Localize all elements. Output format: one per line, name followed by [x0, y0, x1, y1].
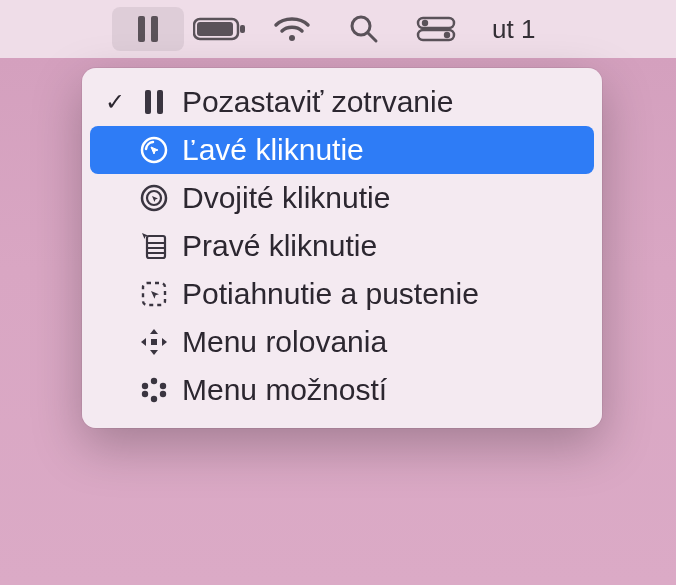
menubar-control-center[interactable]: [400, 16, 472, 42]
menu-item-pause-dwell[interactable]: ✓ Pozastaviť zotrvanie: [90, 78, 594, 126]
svg-point-28: [142, 383, 148, 389]
menubar-battery[interactable]: [184, 16, 256, 42]
left-click-icon: [132, 135, 176, 165]
svg-rect-22: [151, 339, 157, 345]
svg-point-9: [422, 20, 428, 26]
menu-item-double-click[interactable]: Dvojité kliknutie: [90, 174, 594, 222]
control-center-icon: [416, 16, 456, 42]
menu-item-scroll-menu[interactable]: Menu rolovania: [90, 318, 594, 366]
dwell-control-menu: ✓ Pozastaviť zotrvanie Ľavé kliknutie: [82, 68, 602, 428]
drag-drop-icon: [132, 279, 176, 309]
menu-item-label: Potiahnutie a pustenie: [176, 277, 479, 311]
menubar-wifi[interactable]: [256, 14, 328, 44]
menu-item-label: Pravé kliknutie: [176, 229, 377, 263]
menu-item-label: Dvojité kliknutie: [176, 181, 390, 215]
menu-item-drag-drop[interactable]: Potiahnutie a pustenie: [90, 270, 594, 318]
menubar-dwell-control[interactable]: [112, 7, 184, 51]
svg-rect-13: [157, 90, 163, 114]
menu-item-label: Menu možností: [176, 373, 387, 407]
right-click-icon: [132, 231, 176, 261]
menubar-date[interactable]: ut 1: [492, 14, 535, 45]
svg-point-26: [151, 396, 157, 402]
scroll-menu-icon: [132, 327, 176, 357]
pause-icon: [135, 14, 161, 44]
svg-rect-3: [197, 22, 233, 36]
svg-rect-0: [138, 16, 145, 42]
svg-point-11: [444, 32, 450, 38]
double-click-icon: [132, 183, 176, 213]
svg-rect-1: [151, 16, 158, 42]
menubar-spotlight[interactable]: [328, 13, 400, 45]
menu-item-right-click[interactable]: Pravé kliknutie: [90, 222, 594, 270]
pause-icon: [132, 89, 176, 115]
wifi-icon: [272, 14, 312, 44]
battery-icon: [193, 16, 247, 42]
svg-point-25: [160, 391, 166, 397]
menu-item-left-click[interactable]: Ľavé kliknutie: [90, 126, 594, 174]
svg-point-5: [289, 35, 295, 41]
options-menu-icon: [132, 375, 176, 405]
svg-line-7: [368, 33, 376, 41]
menu-item-label: Pozastaviť zotrvanie: [176, 85, 453, 119]
svg-point-27: [142, 391, 148, 397]
svg-rect-4: [240, 25, 245, 33]
checkmark-icon: ✓: [98, 88, 132, 116]
svg-rect-12: [145, 90, 151, 114]
menu-item-label: Menu rolovania: [176, 325, 387, 359]
svg-point-24: [160, 383, 166, 389]
menu-item-options-menu[interactable]: Menu možností: [90, 366, 594, 414]
menubar: ut 1: [0, 0, 676, 58]
menu-item-label: Ľavé kliknutie: [176, 133, 364, 167]
search-icon: [348, 13, 380, 45]
svg-point-23: [151, 378, 157, 384]
